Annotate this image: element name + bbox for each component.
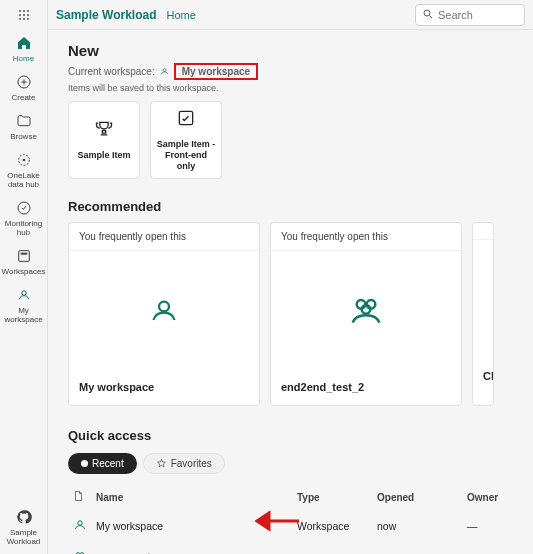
breadcrumb-home[interactable]: Home — [166, 9, 195, 21]
cell-owner: — — [463, 510, 513, 542]
table-row[interactable]: My workspace Workspacenow— — [68, 510, 513, 542]
content-area: New Current workspace: My workspace Item… — [48, 30, 533, 554]
cell-type: Workspace — [293, 510, 373, 542]
search-box[interactable] — [415, 4, 525, 26]
col-name[interactable]: Name — [92, 484, 293, 510]
rail-sample-workload[interactable]: Sample Workload — [2, 508, 46, 546]
plus-circle-icon — [15, 73, 33, 91]
workspaces-icon — [15, 247, 33, 265]
recommended-title: Recommended — [68, 199, 513, 214]
cell-type: Workspace — [293, 542, 373, 554]
workspace-single-icon — [69, 251, 259, 371]
rail-create[interactable]: Create — [2, 73, 46, 102]
recommended-card[interactable]: Ch — [472, 222, 494, 406]
workspace-group-icon — [271, 251, 461, 371]
sample2-icon — [176, 108, 196, 133]
search-icon — [422, 8, 434, 22]
star-icon — [156, 458, 167, 469]
home-icon — [15, 34, 33, 52]
tab-recent[interactable]: Recent — [68, 453, 137, 474]
tab-favorites[interactable]: Favorites — [143, 453, 225, 474]
current-workspace-line: Current workspace: My workspace — [68, 63, 513, 80]
rail-home[interactable]: Home — [2, 34, 46, 63]
rail-monitoring[interactable]: Monitoring hub — [2, 199, 46, 237]
rail-browse[interactable]: Browse — [2, 112, 46, 141]
cell-name: My workspace — [92, 510, 293, 542]
rail-datahub[interactable]: OneLake data hub — [2, 151, 46, 189]
save-hint: Items will be saved to this workspace. — [68, 83, 513, 93]
tile-sample-item-front[interactable]: Sample Item - Front-end only — [150, 101, 222, 179]
cell-name: testbeapi — [92, 542, 293, 554]
brand-title: Sample Workload — [56, 8, 156, 22]
app-launcher[interactable] — [2, 6, 46, 24]
tile-sample-item[interactable]: Sample Item — [68, 101, 140, 179]
col-owner[interactable]: Owner — [463, 484, 513, 510]
trophy-icon — [94, 119, 114, 144]
search-input[interactable] — [434, 8, 514, 22]
datahub-icon — [15, 151, 33, 169]
topbar: Sample Workload Home — [48, 0, 533, 30]
cell-owner: — — [463, 542, 513, 554]
rail-my-workspace[interactable]: My workspace — [2, 286, 46, 324]
new-section-title: New — [68, 42, 513, 59]
person-icon — [15, 286, 33, 304]
cell-opened: now — [373, 510, 463, 542]
new-tiles: Sample Item Sample Item - Front-end only — [68, 101, 513, 179]
recommended-card[interactable]: You frequently open this end2end_test_2 — [270, 222, 462, 406]
cell-opened: a minute ago — [373, 542, 463, 554]
monitor-icon — [15, 199, 33, 217]
folder-icon — [15, 112, 33, 130]
current-ws-label: Current workspace: — [68, 66, 155, 77]
github-icon — [15, 508, 33, 526]
quick-access-title: Quick access — [68, 428, 513, 443]
quick-access-tabs: Recent Favorites — [68, 453, 513, 474]
col-opened[interactable]: Opened — [373, 484, 463, 510]
current-ws-value[interactable]: My workspace — [174, 63, 258, 80]
recommended-card[interactable]: You frequently open this My workspace — [68, 222, 260, 406]
person-icon — [159, 66, 170, 77]
bullet-icon — [81, 460, 88, 467]
nav-rail: Home Create Browse OneLake data hub Moni… — [0, 0, 48, 554]
quick-access-table: Name Type Opened Owner My workspace Work… — [68, 484, 513, 554]
workspace-icon — [72, 549, 88, 554]
workspace-icon — [72, 517, 88, 533]
rail-workspaces[interactable]: Workspaces — [2, 247, 46, 276]
col-type[interactable]: Type — [293, 484, 373, 510]
apps-icon — [15, 6, 33, 24]
doc-icon — [72, 490, 84, 502]
table-row[interactable]: testbeapi Workspacea minute ago— — [68, 542, 513, 554]
recommended-row: You frequently open this My workspace Yo… — [68, 222, 513, 406]
